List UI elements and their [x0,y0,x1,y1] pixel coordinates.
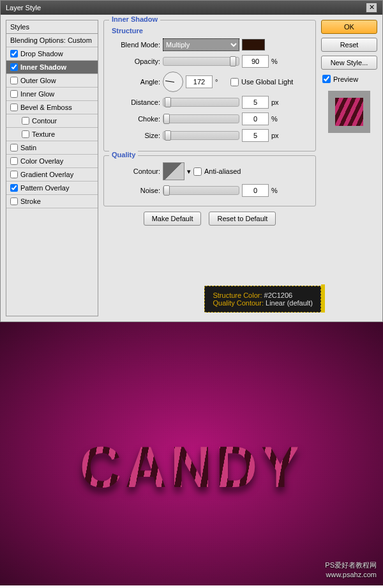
distance-unit: px [271,98,284,106]
noise-unit: % [271,187,284,194]
style-checkbox[interactable] [10,184,18,192]
styles-row-pattern-overlay[interactable]: Pattern Overlay [6,182,98,195]
style-checkbox[interactable] [22,117,29,125]
contour-picker[interactable] [163,162,184,180]
style-label: Inner Shadow [20,63,66,71]
blend-mode-row: Blend Mode: Multiply [109,38,310,51]
styles-row-gradient-overlay[interactable]: Gradient Overlay [6,168,98,182]
styles-header[interactable]: Styles [6,20,98,34]
quality-subtitle: Quality [109,151,138,159]
style-label: Drop Shadow [20,50,63,58]
distance-row: Distance: 5 px [109,96,310,109]
contour-row: Contour: ▾ Anti-aliased [109,162,310,180]
tooltip-tab [321,284,325,313]
preview-checkbox[interactable] [322,75,331,83]
style-checkbox[interactable] [10,197,18,205]
ok-button[interactable]: OK [321,20,377,34]
style-label: Texture [32,130,55,138]
distance-input[interactable]: 5 [242,96,269,109]
styles-row-texture[interactable]: Texture [6,128,98,141]
style-label: Bevel & Emboss [20,104,72,111]
blend-mode-select[interactable]: Multiply [163,38,239,51]
opacity-row: Opacity: 90 % [109,55,310,68]
size-label: Size: [109,132,160,139]
use-global-light-label: Use Global Light [241,78,293,86]
size-input[interactable]: 5 [242,129,269,142]
style-checkbox[interactable] [10,104,18,111]
preview-box [328,91,370,133]
distance-label: Distance: [109,98,160,106]
new-style-button[interactable]: New Style... [321,56,377,70]
styles-row-color-overlay[interactable]: Color Overlay [6,155,98,168]
distance-slider[interactable] [163,98,239,107]
angle-dial[interactable] [163,72,183,92]
inner-shadow-fieldset: Inner Shadow Structure Blend Mode: Multi… [103,20,316,151]
make-default-button[interactable]: Make Default [144,212,202,226]
styles-row-satin[interactable]: Satin [6,141,98,155]
style-checkbox[interactable] [22,130,29,138]
reset-default-button[interactable]: Reset to Default [209,212,276,226]
blend-mode-label: Blend Mode: [109,41,160,49]
style-label: Gradient Overlay [20,171,73,178]
styles-row-drop-shadow[interactable]: Drop Shadow [6,47,98,61]
antialiased-checkbox[interactable] [193,167,202,176]
style-label: Outer Glow [20,77,56,84]
candy-text: CANDY [80,434,303,500]
styles-row-outer-glow[interactable]: Outer Glow [6,74,98,88]
angle-input[interactable]: 172 [186,75,213,88]
settings-panel: Inner Shadow Structure Blend Mode: Multi… [103,20,316,316]
use-global-light-checkbox[interactable] [230,78,239,86]
preview-toggle[interactable]: Preview [321,74,377,84]
angle-unit: ° [215,78,228,86]
style-label: Pattern Overlay [20,184,69,192]
choke-row: Choke: 0 % [109,112,310,125]
angle-label: Angle: [109,78,160,86]
watermark: PS爱好者教程网 www.psahz.com [325,561,377,579]
close-button[interactable]: ✕ [366,3,377,13]
contour-dropdown-icon[interactable]: ▾ [187,167,191,176]
noise-input[interactable]: 0 [242,184,269,197]
window-title: Layer Style [6,4,41,12]
titlebar[interactable]: Layer Style ✕ [1,1,382,15]
styles-row-contour[interactable]: Contour [6,114,98,128]
reset-button[interactable]: Reset [321,38,377,52]
style-label: Stroke [20,197,41,205]
styles-row-inner-glow[interactable]: Inner Glow [6,88,98,101]
styles-row-bevel-emboss[interactable]: Bevel & Emboss [6,101,98,114]
layer-style-dialog: Layer Style ✕ Styles Blending Options: C… [0,0,383,322]
style-checkbox[interactable] [10,77,18,84]
result-preview-image: CANDY PS爱好者教程网 www.psahz.com [0,322,383,585]
style-checkbox[interactable] [10,157,18,165]
choke-input[interactable]: 0 [242,112,269,125]
opacity-input[interactable]: 90 [242,55,269,68]
shadow-color-swatch[interactable] [242,39,265,50]
style-checkbox[interactable] [10,171,18,178]
noise-label: Noise: [109,187,160,194]
style-label: Inner Glow [20,90,54,98]
styles-row-stroke[interactable]: Stroke [6,195,98,208]
style-checkbox[interactable] [10,144,18,151]
style-label: Color Overlay [20,157,63,165]
opacity-slider[interactable] [163,57,239,66]
angle-row: Angle: 172 ° Use Global Light [109,72,310,92]
noise-slider[interactable] [163,186,239,195]
style-checkbox[interactable] [10,90,18,98]
style-label: Contour [32,117,57,125]
panel-heading: Inner Shadow [109,15,160,23]
style-label: Satin [20,144,36,151]
styles-list-panel: Styles Blending Options: Custom Drop Sha… [6,20,98,316]
styles-row-inner-shadow[interactable]: Inner Shadow [6,61,98,74]
antialiased-label: Anti-aliased [204,167,241,175]
size-slider[interactable] [163,131,239,140]
opacity-label: Opacity: [109,58,160,65]
size-unit: px [271,132,284,139]
preview-swatch [335,98,363,126]
opacity-unit: % [271,58,284,65]
choke-slider[interactable] [163,114,239,123]
preview-label: Preview [333,75,358,83]
blending-options-row[interactable]: Blending Options: Custom [6,34,98,47]
annotation-tooltip: Structure Color: #2C1206 Quality Contour… [204,286,321,313]
action-panel: OK Reset New Style... Preview [321,20,377,316]
style-checkbox[interactable] [10,50,18,58]
style-checkbox[interactable] [10,63,18,71]
